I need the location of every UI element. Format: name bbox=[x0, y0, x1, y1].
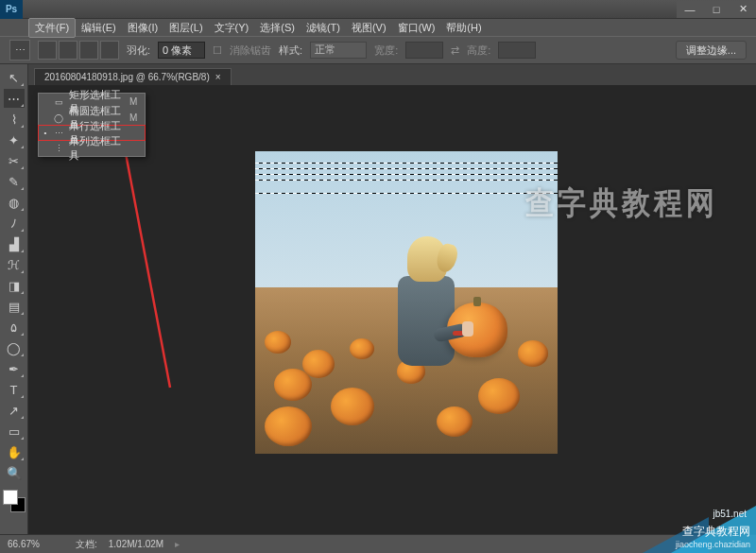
refine-edge-button[interactable]: 调整边缘... bbox=[676, 41, 747, 60]
flyout-single-column-marquee[interactable]: ⋮ 单列选框工具 bbox=[39, 140, 145, 156]
color-swatches[interactable] bbox=[3, 490, 26, 512]
add-selection-icon[interactable] bbox=[59, 41, 77, 60]
style-select[interactable]: 正常 bbox=[310, 42, 367, 59]
selection-marquee-line bbox=[255, 163, 558, 164]
width-input bbox=[405, 42, 443, 59]
height-label: 高度: bbox=[467, 43, 490, 58]
selection-mode-group bbox=[38, 41, 119, 60]
marquee-tool-flyout: ▭ 矩形选框工具 M ◯ 椭圆选框工具 M • ⋯ 单行选框工具 ⋮ 单列选框工… bbox=[38, 93, 146, 157]
menu-image[interactable]: 图像(I) bbox=[122, 19, 163, 37]
selection-marquee-line bbox=[255, 180, 558, 181]
image-content bbox=[255, 151, 558, 454]
new-selection-icon[interactable] bbox=[38, 41, 57, 60]
lasso-tool[interactable]: ⌇ bbox=[4, 110, 25, 129]
minimize-button[interactable]: — bbox=[677, 1, 703, 18]
eyedropper-tool[interactable]: ✎ bbox=[4, 172, 25, 191]
tab-close-icon[interactable]: × bbox=[215, 72, 221, 82]
antialias-label: 消除锯齿 bbox=[230, 43, 271, 58]
height-input bbox=[498, 42, 536, 59]
healing-tool[interactable]: ◍ bbox=[4, 193, 25, 212]
selection-marquee-line bbox=[255, 168, 558, 169]
history-brush-tool[interactable]: ℋ bbox=[4, 255, 25, 274]
menubar: 文件(F) 编辑(E) 图像(I) 图层(L) 文字(Y) 选择(S) 滤镜(T… bbox=[0, 19, 756, 36]
stamp-tool[interactable]: ▟ bbox=[4, 234, 25, 253]
status-bar: 66.67% 文档: 1.02M/1.02M ▸ bbox=[0, 534, 756, 553]
menu-select[interactable]: 选择(S) bbox=[254, 19, 301, 37]
document-tabbar: 20160804180918.jpg @ 66.7%(RGB/8) × bbox=[0, 64, 756, 85]
zoom-tool[interactable]: 🔍 bbox=[4, 463, 25, 482]
ellipse-icon: ◯ bbox=[52, 113, 65, 123]
single-column-icon: ⋮ bbox=[52, 144, 65, 153]
window-controls: — □ ✕ bbox=[677, 1, 756, 18]
flyout-shortcut: M bbox=[129, 112, 141, 123]
crop-tool[interactable]: ✂ bbox=[4, 151, 25, 170]
menu-layer[interactable]: 图层(L) bbox=[163, 19, 208, 37]
options-bar: ⋯ 羽化: ☐ 消除锯齿 样式: 正常 宽度: ⇄ 高度: 调整边缘... bbox=[0, 36, 756, 64]
selection-marquee-line bbox=[255, 174, 558, 175]
swap-wh-icon: ⇄ bbox=[451, 44, 459, 57]
menu-type[interactable]: 文字(Y) bbox=[209, 19, 255, 37]
menu-view[interactable]: 视图(V) bbox=[346, 19, 392, 37]
move-tool[interactable]: ↖ bbox=[4, 68, 25, 87]
single-row-icon: ⋯ bbox=[52, 129, 65, 138]
style-label: 样式: bbox=[279, 43, 302, 58]
close-button[interactable]: ✕ bbox=[730, 1, 756, 18]
menu-help[interactable]: 帮助(H) bbox=[440, 19, 487, 37]
toolbox: ↖ ⋯ ⌇ ✦ ✂ ✎ ◍ ﾉ ▟ ℋ ◨ ▤ ۵ ◯ ✒ T ↗ ▭ ✋ 🔍 bbox=[0, 64, 28, 534]
titlebar: Ps — □ ✕ bbox=[0, 0, 756, 19]
type-tool[interactable]: T bbox=[4, 380, 25, 399]
blur-tool[interactable]: ۵ bbox=[4, 318, 25, 337]
dodge-tool[interactable]: ◯ bbox=[4, 338, 25, 357]
menu-filter[interactable]: 滤镜(T) bbox=[301, 19, 346, 37]
width-label: 宽度: bbox=[374, 43, 398, 58]
maximize-button[interactable]: □ bbox=[703, 1, 730, 18]
feather-input[interactable] bbox=[158, 42, 205, 59]
eraser-tool[interactable]: ◨ bbox=[4, 276, 25, 295]
shape-tool[interactable]: ▭ bbox=[4, 422, 25, 441]
marquee-tool[interactable]: ⋯ bbox=[4, 89, 25, 108]
flyout-shortcut: M bbox=[129, 96, 141, 107]
pen-tool[interactable]: ✒ bbox=[4, 359, 25, 378]
rectangle-icon: ▭ bbox=[52, 97, 65, 107]
intersect-selection-icon[interactable] bbox=[100, 41, 119, 60]
path-select-tool[interactable]: ↗ bbox=[4, 401, 25, 420]
tool-preset-icon[interactable]: ⋯ bbox=[9, 40, 30, 60]
quick-select-tool[interactable]: ✦ bbox=[4, 130, 25, 149]
menu-window[interactable]: 窗口(W) bbox=[392, 19, 441, 37]
menu-edit[interactable]: 编辑(E) bbox=[76, 19, 122, 37]
zoom-level[interactable]: 66.67% bbox=[8, 539, 64, 549]
foreground-color-swatch[interactable] bbox=[3, 490, 18, 505]
selection-marquee-line bbox=[255, 193, 558, 194]
doc-size-label: 文档: bbox=[76, 538, 97, 551]
app-logo: Ps bbox=[0, 0, 23, 19]
subtract-selection-icon[interactable] bbox=[79, 41, 98, 60]
document-tab[interactable]: 20160804180918.jpg @ 66.7%(RGB/8) × bbox=[34, 68, 232, 85]
feather-label: 羽化: bbox=[127, 43, 150, 58]
tab-title: 20160804180918.jpg @ 66.7%(RGB/8) bbox=[44, 72, 210, 82]
brush-tool[interactable]: ﾉ bbox=[4, 214, 25, 233]
document-canvas[interactable] bbox=[255, 151, 558, 454]
flyout-label: 单列选框工具 bbox=[69, 134, 126, 163]
menu-file[interactable]: 文件(F) bbox=[28, 18, 76, 38]
hand-tool[interactable]: ✋ bbox=[4, 442, 25, 461]
doc-size-value: 1.02M/1.02M bbox=[109, 539, 163, 549]
gradient-tool[interactable]: ▤ bbox=[4, 297, 25, 316]
